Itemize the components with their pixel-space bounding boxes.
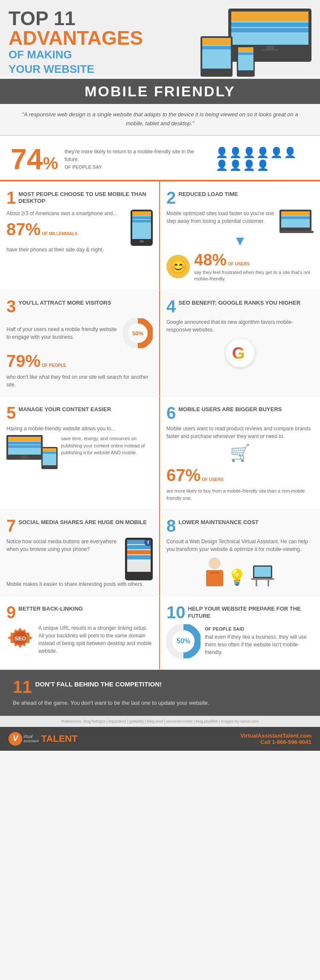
social-phone-icon: f bbox=[125, 538, 153, 580]
adv-1-body2: have their phones at their side day & ni… bbox=[6, 246, 153, 254]
donut-50-label: 50% bbox=[132, 330, 143, 337]
footer-contact: VirtualAssistantTalent.com Call 1-866-59… bbox=[241, 732, 311, 745]
lightbulb-icon: 💡 bbox=[227, 568, 247, 586]
adv-3-4-row: 3 YOU'LL ATTRACT MORE VISITORS Half of y… bbox=[0, 290, 320, 397]
adv-3-stat: 79% bbox=[6, 352, 41, 371]
adv-9-10-row: 9 BETTER BACK-LINKING SEO A unique URL r… bbox=[0, 596, 320, 670]
logo-assistant-text: irtualassistant bbox=[23, 735, 39, 743]
cart-icon: 🛒 bbox=[166, 444, 314, 462]
adv-3-middle: Half of your users need a mobile friendl… bbox=[6, 318, 153, 348]
header-section: TOP 11 ADVANTAGES OF MAKING YOUR WEBSITE bbox=[0, 0, 320, 77]
footer-logo: V irtualassistant TALENT bbox=[9, 732, 78, 746]
adv-1-stat-label: OF MILLENNIALS bbox=[42, 231, 78, 236]
quote-section: "A responsive web design is a single web… bbox=[0, 104, 320, 136]
stat-74-section: 74 % they're more likely to return to a … bbox=[0, 136, 320, 182]
references-bar: References: blog.hubspot | impactbnd | g… bbox=[0, 716, 320, 727]
adv-10-num: 10 bbox=[166, 604, 186, 621]
smartphone-icon bbox=[131, 210, 153, 246]
laptop-icon bbox=[279, 210, 314, 233]
adv-8-body1: Consult a Web Design Technical Virtual A… bbox=[166, 538, 314, 553]
logo-v-icon: V bbox=[9, 732, 22, 746]
smiley-icon: 😊 bbox=[166, 255, 190, 278]
google-logo: G G bbox=[166, 338, 314, 368]
advantage-3: 3 YOU'LL ATTRACT MORE VISITORS Half of y… bbox=[0, 290, 160, 396]
adv-6-body2: are more likely to buy from a mobile-fri… bbox=[166, 487, 314, 502]
advantage-4: 4 SEO BENEFIT: GOOGLE RANKS YOU HIGHER G… bbox=[160, 290, 320, 396]
adv-9-body1: A unique URL results in a stronger linki… bbox=[38, 624, 153, 655]
footer-website: VirtualAssistantTalent.com bbox=[241, 732, 311, 739]
va-illustration: 💡 bbox=[166, 557, 314, 586]
advantage-9: 9 BETTER BACK-LINKING SEO A unique URL r… bbox=[0, 596, 160, 669]
adv-8-title: LOWER MAINTENANCE COST bbox=[178, 517, 259, 526]
mobile-friendly-banner: MOBILE FRIENDLY bbox=[0, 79, 320, 104]
stat-74-number: 74 % bbox=[11, 144, 58, 173]
seo-icon: SEO bbox=[6, 624, 34, 652]
adv-6-num: 6 bbox=[166, 404, 176, 421]
adv-7-num: 7 bbox=[6, 517, 16, 534]
footer-phone: Call 1-866-596-9041 bbox=[241, 739, 311, 745]
adv-10-title: HELP YOUR WEBSITE PREPARE FOR THE FUTURE bbox=[188, 604, 314, 620]
logo-talent-text: TALENT bbox=[41, 733, 78, 744]
adv-5-6-row: 5 MANAGE YOUR CONTENT EASIER Having a mo… bbox=[0, 397, 320, 510]
adv-9-num: 9 bbox=[6, 604, 16, 621]
adv-3-stat-label: OF PEOPLE bbox=[42, 363, 66, 368]
adv-1-title: MOST PEOPLE CHOOSE TO USE MOBILE THAN DE… bbox=[18, 189, 153, 205]
stat-74-description: they're more likely to return to a mobil… bbox=[64, 148, 209, 163]
advantage-6: 6 MOBILE USERS ARE BIGGER BUYERS Mobile … bbox=[160, 397, 320, 509]
advantage-5: 5 MANAGE YOUR CONTENT EASIER Having a mo… bbox=[0, 397, 160, 509]
device-illustration bbox=[201, 9, 311, 77]
desk-icon bbox=[251, 565, 274, 586]
person-icon bbox=[206, 557, 223, 586]
adv-1-2-row: 1 MOST PEOPLE CHOOSE TO USE MOBILE THAN … bbox=[0, 182, 320, 291]
advantage-10: 10 HELP YOUR WEBSITE PREPARE FOR THE FUT… bbox=[160, 596, 320, 669]
adv-10-stat-row: 50% OF PEOPLE SAID that even if they lik… bbox=[166, 624, 314, 658]
adv-5-title: MANAGE YOUR CONTENT EASIER bbox=[18, 404, 111, 413]
adv-5-body2: save time, energy, and resources on publ… bbox=[61, 435, 153, 456]
adv-2-bottom: 😊 48% OF USERS say they feel frustrated … bbox=[166, 251, 314, 282]
adv-6-body1: Mobile users want to read product review… bbox=[166, 425, 314, 440]
adv-2-stat: 48% bbox=[194, 251, 227, 269]
adv-7-title: SOCIAL MEDIA SHARES ARE HUGE ON MOBILE bbox=[18, 517, 147, 526]
advantage-11: 11 DON'T FALL BEHIND THE COMPETITION! Be… bbox=[0, 670, 320, 716]
adv-3-title: YOU'LL ATTRACT MORE VISITORS bbox=[18, 298, 111, 307]
adv-3-num: 3 bbox=[6, 298, 16, 315]
stat-74-text: they're more likely to return to a mobil… bbox=[64, 148, 209, 170]
adv-11-num: 11 bbox=[13, 678, 32, 695]
adv-1-num: 1 bbox=[6, 189, 16, 206]
adv-2-num: 2 bbox=[166, 189, 176, 206]
header-text: TOP 11 ADVANTAGES OF MAKING YOUR WEBSITE bbox=[9, 9, 201, 77]
advantage-1: 1 MOST PEOPLE CHOOSE TO USE MOBILE THAN … bbox=[0, 182, 160, 290]
adv-2-title: REDUCED LOAD TIME bbox=[178, 189, 238, 198]
adv-8-num: 8 bbox=[166, 517, 176, 534]
advantage-2: 2 REDUCED LOAD TIME Mobile optimized sit… bbox=[160, 182, 320, 290]
of-making-label: OF MAKING bbox=[9, 48, 196, 62]
adv-3-body1: Half of your users need a mobile friendl… bbox=[6, 326, 119, 341]
footer: V irtualassistant TALENT VirtualAssistan… bbox=[0, 727, 320, 751]
adv-4-num: 4 bbox=[166, 298, 176, 315]
adv-10-body1: that even if they like a business, they … bbox=[205, 633, 314, 656]
donut-50-blue-icon: 50% bbox=[166, 624, 201, 658]
adv-7-8-row: 7 SOCIAL MEDIA SHARES ARE HUGE ON MOBILE… bbox=[0, 510, 320, 596]
adv-6-stat: 67% bbox=[166, 466, 201, 485]
advantages-label: ADVANTAGES bbox=[9, 28, 196, 48]
advantage-8: 8 LOWER MAINTENANCE COST Consult a Web D… bbox=[160, 510, 320, 596]
adv-11-body1: Be ahead of the game. You don't want to … bbox=[13, 699, 307, 707]
advantage-7: 7 SOCIAL MEDIA SHARES ARE HUGE ON MOBILE… bbox=[0, 510, 160, 596]
adv-3-body2: who don't like what they find on one sit… bbox=[6, 373, 153, 389]
adv-4-title: SEO BENEFIT: GOOGLE RANKS YOU HIGHER bbox=[178, 298, 300, 307]
adv-9-title: BETTER BACK-LINKING bbox=[18, 604, 83, 613]
adv-11-title: DON'T FALL BEHIND THE COMPETITION! bbox=[35, 678, 162, 689]
adv-6-stat-label: OF USERS bbox=[202, 477, 224, 482]
donut-50-blue-label: 50% bbox=[177, 637, 190, 645]
adv-5-num: 5 bbox=[6, 404, 16, 421]
stat-74-label: OF PEOPLE SAY bbox=[64, 164, 209, 170]
devices-icon bbox=[6, 435, 58, 469]
adv-10-stat-label: OF PEOPLE SAID bbox=[205, 626, 314, 631]
mobile-friendly-title: MOBILE FRIENDLY bbox=[84, 83, 236, 99]
svg-text:G: G bbox=[232, 344, 245, 362]
people-icons: 👤 👤 👤 👤 👤 👤 👤 👤 👤 👤 bbox=[215, 147, 309, 171]
adv-2-body2: say they feel frustrated when they get t… bbox=[194, 269, 314, 282]
top-11-label: TOP 11 bbox=[9, 9, 196, 28]
adv-2-stat-label: OF USERS bbox=[228, 262, 250, 266]
adv-1-stat: 87% bbox=[6, 220, 41, 239]
